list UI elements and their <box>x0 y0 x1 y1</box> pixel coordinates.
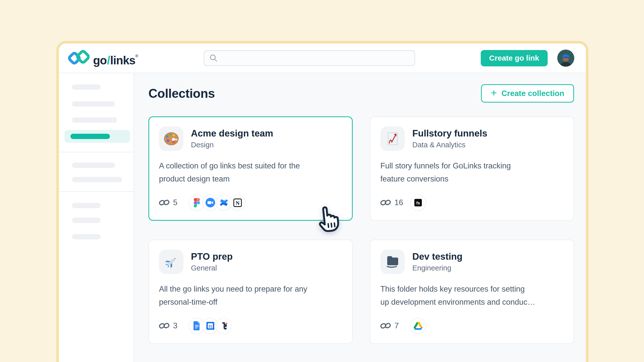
avatar-photo <box>557 50 574 67</box>
search-input[interactable] <box>221 54 410 62</box>
collection-description: Full story funnels for GoLinks tracking … <box>380 159 564 186</box>
logo-slash: / <box>107 54 110 67</box>
app-icons: 31 <box>189 318 232 334</box>
link-count: 7 <box>380 321 410 330</box>
main-content: Collections + Create collection <box>134 73 586 362</box>
sidebar-item-placeholder[interactable] <box>72 84 101 90</box>
chain-link-icon <box>159 199 170 207</box>
create-go-link-button[interactable]: Create go link <box>481 50 548 66</box>
page-header-row: Collections + Create collection <box>148 84 574 103</box>
collection-category: Data & Analytics <box>412 141 487 149</box>
collection-title: Dev testing <box>412 251 462 262</box>
desktop-background: go/links® Create go link <box>0 0 644 362</box>
folder-icon <box>380 250 405 274</box>
collection-category: Design <box>191 141 273 149</box>
collection-description: All the go links you need to prepare for… <box>159 283 342 309</box>
sidebar-item-placeholder[interactable] <box>72 101 115 107</box>
palette-icon <box>159 126 183 151</box>
collection-description: This folder holds key resources for sett… <box>380 283 564 309</box>
link-count: 3 <box>159 321 189 330</box>
sidebar-active-bar <box>70 134 110 139</box>
hand-pointer-cursor <box>315 205 343 235</box>
chain-link-icon <box>380 199 391 207</box>
sidebar-section-3 <box>59 192 134 362</box>
chain-link-icon <box>380 322 391 330</box>
sidebar-item-placeholder[interactable] <box>72 117 117 123</box>
google-drive-icon <box>410 318 426 334</box>
avatar[interactable] <box>557 50 574 67</box>
fullstory-icon: fs <box>410 195 426 211</box>
golinks-wordmark: go/links® <box>93 47 138 69</box>
collection-category: Engineering <box>412 264 462 272</box>
link-count: 5 <box>159 198 189 207</box>
trainual-icon <box>216 318 232 334</box>
sidebar-section-1 <box>59 73 134 152</box>
chain-link-icon <box>159 322 170 330</box>
sidebar-item-placeholder[interactable] <box>72 218 101 223</box>
collection-card-dev-testing[interactable]: Dev testing Engineering This folder hold… <box>370 240 574 344</box>
svg-text:fs: fs <box>416 201 420 205</box>
app-icons: fs <box>410 195 426 211</box>
collection-title: PTO prep <box>191 251 233 262</box>
golinks-logo-icon <box>68 48 90 67</box>
sidebar <box>59 73 134 362</box>
golinks-logo[interactable]: go/links® <box>68 47 138 69</box>
svg-text:31: 31 <box>208 324 212 328</box>
app-window: go/links® Create go link <box>56 41 588 362</box>
header-actions: Create go link <box>481 50 574 67</box>
app-header: go/links® Create go link <box>59 43 586 73</box>
airplane-icon <box>159 250 183 274</box>
plus-icon: + <box>491 88 497 98</box>
create-collection-button[interactable]: + Create collection <box>481 84 574 103</box>
collection-title: Acme design team <box>191 128 273 139</box>
svg-text:N: N <box>235 200 239 206</box>
page-title: Collections <box>148 86 215 101</box>
sidebar-item-placeholder[interactable] <box>72 203 101 208</box>
collection-description: A collection of go links best suited for… <box>159 159 342 186</box>
collection-title: Fullstory funnels <box>412 128 487 139</box>
sidebar-item-placeholder[interactable] <box>72 234 101 239</box>
collection-card-pto-prep[interactable]: PTO prep General All the go links you ne… <box>148 240 353 344</box>
sidebar-item-placeholder[interactable] <box>72 163 115 168</box>
collection-card-fullstory-funnels[interactable]: Fullstory funnels Data & Analytics Full … <box>370 116 574 221</box>
app-icons <box>410 318 426 334</box>
app-icons: N <box>189 195 246 211</box>
sidebar-item-active[interactable] <box>64 130 130 143</box>
collections-grid: Acme design team Design A collection of … <box>148 116 574 344</box>
sidebar-section-2 <box>59 152 134 192</box>
registered-mark: ® <box>135 54 138 58</box>
link-count: 16 <box>380 198 410 207</box>
collection-category: General <box>191 264 233 272</box>
search-bar[interactable] <box>204 50 415 66</box>
chart-increasing-icon <box>380 126 405 151</box>
search-icon <box>209 54 218 62</box>
notion-icon: N <box>229 195 246 211</box>
sidebar-item-placeholder[interactable] <box>72 177 122 182</box>
